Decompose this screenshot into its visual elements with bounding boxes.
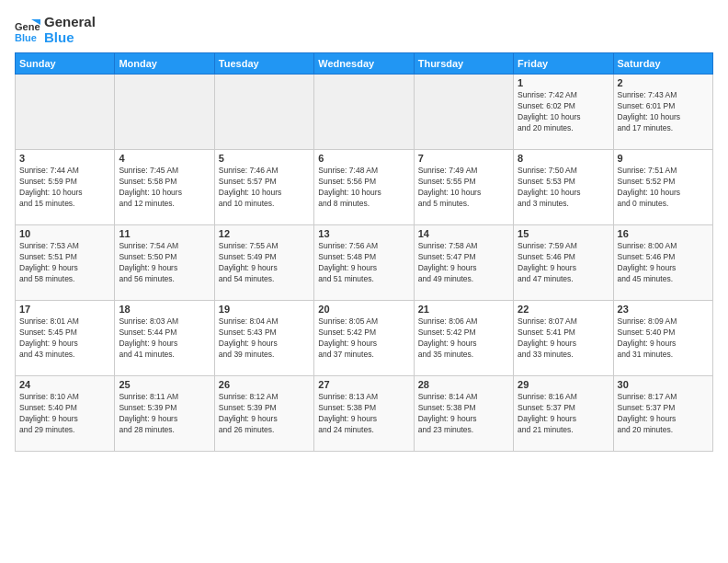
day-info: Sunrise: 7:58 AM Sunset: 5:47 PM Dayligh…: [418, 241, 509, 285]
day-info: Sunrise: 7:50 AM Sunset: 5:53 PM Dayligh…: [518, 166, 609, 210]
day-info: Sunrise: 8:14 AM Sunset: 5:38 PM Dayligh…: [418, 392, 509, 436]
day-info: Sunrise: 8:00 AM Sunset: 5:46 PM Dayligh…: [618, 241, 709, 285]
day-number: 30: [618, 379, 709, 390]
day-number: 24: [19, 379, 110, 390]
day-cell: 9Sunrise: 7:51 AM Sunset: 5:52 PM Daylig…: [613, 150, 712, 225]
day-info: Sunrise: 7:51 AM Sunset: 5:52 PM Dayligh…: [618, 166, 709, 210]
day-cell: 26Sunrise: 8:12 AM Sunset: 5:39 PM Dayli…: [214, 376, 313, 452]
day-info: Sunrise: 7:45 AM Sunset: 5:58 PM Dayligh…: [119, 166, 210, 210]
day-cell: 14Sunrise: 7:58 AM Sunset: 5:47 PM Dayli…: [414, 225, 513, 301]
day-number: 14: [418, 228, 509, 239]
weekday-header-sunday: Sunday: [16, 53, 115, 75]
weekday-header-wednesday: Wednesday: [314, 53, 414, 75]
day-number: 12: [219, 228, 310, 239]
day-cell: 12Sunrise: 7:55 AM Sunset: 5:49 PM Dayli…: [214, 225, 313, 301]
day-cell: [115, 75, 214, 150]
day-number: 28: [418, 379, 509, 390]
day-number: 29: [518, 379, 609, 390]
day-info: Sunrise: 8:06 AM Sunset: 5:42 PM Dayligh…: [418, 316, 509, 361]
day-cell: 15Sunrise: 7:59 AM Sunset: 5:46 PM Dayli…: [514, 225, 613, 301]
day-number: 22: [518, 304, 609, 315]
day-number: 9: [618, 153, 709, 164]
day-info: Sunrise: 7:44 AM Sunset: 5:59 PM Dayligh…: [19, 166, 110, 210]
header: General Blue General Blue: [15, 15, 713, 45]
day-info: Sunrise: 7:48 AM Sunset: 5:56 PM Dayligh…: [318, 166, 409, 210]
day-number: 20: [318, 304, 409, 315]
day-info: Sunrise: 7:46 AM Sunset: 5:57 PM Dayligh…: [219, 166, 310, 210]
day-cell: 10Sunrise: 7:53 AM Sunset: 5:51 PM Dayli…: [16, 225, 115, 301]
day-cell: 17Sunrise: 8:01 AM Sunset: 5:45 PM Dayli…: [16, 301, 115, 376]
day-cell: 20Sunrise: 8:05 AM Sunset: 5:42 PM Dayli…: [314, 301, 414, 376]
weekday-header-monday: Monday: [115, 53, 214, 75]
day-cell: 6Sunrise: 7:48 AM Sunset: 5:56 PM Daylig…: [314, 150, 414, 225]
day-cell: 28Sunrise: 8:14 AM Sunset: 5:38 PM Dayli…: [414, 376, 513, 452]
day-number: 21: [418, 304, 509, 315]
logo: General Blue General Blue: [15, 15, 96, 45]
day-info: Sunrise: 7:55 AM Sunset: 5:49 PM Dayligh…: [219, 241, 310, 285]
day-cell: 18Sunrise: 8:03 AM Sunset: 5:44 PM Dayli…: [115, 301, 214, 376]
page: General Blue General Blue SundayMondayTu…: [0, 0, 728, 563]
day-number: 11: [119, 228, 210, 239]
svg-text:Blue: Blue: [15, 32, 37, 43]
day-number: 4: [119, 153, 210, 164]
day-cell: 1Sunrise: 7:42 AM Sunset: 6:02 PM Daylig…: [514, 75, 613, 150]
day-info: Sunrise: 7:43 AM Sunset: 6:01 PM Dayligh…: [618, 90, 709, 134]
day-cell: 11Sunrise: 7:54 AM Sunset: 5:50 PM Dayli…: [115, 225, 214, 301]
logo-blue: Blue: [44, 30, 96, 46]
day-number: 16: [618, 228, 709, 239]
day-info: Sunrise: 8:16 AM Sunset: 5:37 PM Dayligh…: [518, 392, 609, 436]
day-info: Sunrise: 8:17 AM Sunset: 5:37 PM Dayligh…: [618, 392, 709, 436]
day-cell: 7Sunrise: 7:49 AM Sunset: 5:55 PM Daylig…: [414, 150, 513, 225]
day-cell: 4Sunrise: 7:45 AM Sunset: 5:58 PM Daylig…: [115, 150, 214, 225]
day-cell: 27Sunrise: 8:13 AM Sunset: 5:38 PM Dayli…: [314, 376, 414, 452]
day-cell: 24Sunrise: 8:10 AM Sunset: 5:40 PM Dayli…: [16, 376, 115, 452]
day-info: Sunrise: 8:01 AM Sunset: 5:45 PM Dayligh…: [19, 316, 110, 361]
day-cell: 23Sunrise: 8:09 AM Sunset: 5:40 PM Dayli…: [613, 301, 712, 376]
day-info: Sunrise: 7:54 AM Sunset: 5:50 PM Dayligh…: [119, 241, 210, 285]
day-number: 25: [119, 379, 210, 390]
day-cell: 2Sunrise: 7:43 AM Sunset: 6:01 PM Daylig…: [613, 75, 712, 150]
day-info: Sunrise: 8:03 AM Sunset: 5:44 PM Dayligh…: [119, 316, 210, 361]
day-info: Sunrise: 8:13 AM Sunset: 5:38 PM Dayligh…: [318, 392, 409, 436]
day-number: 19: [219, 304, 310, 315]
day-cell: 13Sunrise: 7:56 AM Sunset: 5:48 PM Dayli…: [314, 225, 414, 301]
day-cell: 25Sunrise: 8:11 AM Sunset: 5:39 PM Dayli…: [115, 376, 214, 452]
weekday-header-thursday: Thursday: [414, 53, 513, 75]
day-number: 13: [318, 228, 409, 239]
day-number: 23: [618, 304, 709, 315]
day-number: 17: [19, 304, 110, 315]
day-info: Sunrise: 7:49 AM Sunset: 5:55 PM Dayligh…: [418, 166, 509, 210]
week-row-3: 17Sunrise: 8:01 AM Sunset: 5:45 PM Dayli…: [16, 301, 713, 376]
day-cell: 29Sunrise: 8:16 AM Sunset: 5:37 PM Dayli…: [514, 376, 613, 452]
weekday-header-saturday: Saturday: [613, 53, 712, 75]
week-row-2: 10Sunrise: 7:53 AM Sunset: 5:51 PM Dayli…: [16, 225, 713, 301]
day-cell: 16Sunrise: 8:00 AM Sunset: 5:46 PM Dayli…: [613, 225, 712, 301]
day-number: 5: [219, 153, 310, 164]
day-cell: 8Sunrise: 7:50 AM Sunset: 5:53 PM Daylig…: [514, 150, 613, 225]
day-info: Sunrise: 8:04 AM Sunset: 5:43 PM Dayligh…: [219, 316, 310, 361]
day-cell: [214, 75, 313, 150]
weekday-header-friday: Friday: [514, 53, 613, 75]
day-cell: 5Sunrise: 7:46 AM Sunset: 5:57 PM Daylig…: [214, 150, 313, 225]
day-info: Sunrise: 7:59 AM Sunset: 5:46 PM Dayligh…: [518, 241, 609, 285]
day-cell: [314, 75, 414, 150]
week-row-1: 3Sunrise: 7:44 AM Sunset: 5:59 PM Daylig…: [16, 150, 713, 225]
weekday-header-tuesday: Tuesday: [214, 53, 313, 75]
day-number: 10: [19, 228, 110, 239]
day-info: Sunrise: 7:53 AM Sunset: 5:51 PM Dayligh…: [19, 241, 110, 285]
day-info: Sunrise: 8:09 AM Sunset: 5:40 PM Dayligh…: [618, 316, 709, 361]
day-number: 2: [618, 77, 709, 88]
day-info: Sunrise: 7:42 AM Sunset: 6:02 PM Dayligh…: [518, 90, 609, 134]
day-info: Sunrise: 8:05 AM Sunset: 5:42 PM Dayligh…: [318, 316, 409, 361]
day-cell: [414, 75, 513, 150]
day-info: Sunrise: 8:10 AM Sunset: 5:40 PM Dayligh…: [19, 392, 110, 436]
day-cell: 19Sunrise: 8:04 AM Sunset: 5:43 PM Dayli…: [214, 301, 313, 376]
calendar: SundayMondayTuesdayWednesdayThursdayFrid…: [15, 52, 713, 452]
day-number: 18: [119, 304, 210, 315]
week-row-4: 24Sunrise: 8:10 AM Sunset: 5:40 PM Dayli…: [16, 376, 713, 452]
day-number: 8: [518, 153, 609, 164]
svg-text:General: General: [15, 21, 40, 32]
day-cell: 30Sunrise: 8:17 AM Sunset: 5:37 PM Dayli…: [613, 376, 712, 452]
logo-general: General: [44, 15, 96, 30]
logo-icon: General Blue: [15, 17, 40, 43]
